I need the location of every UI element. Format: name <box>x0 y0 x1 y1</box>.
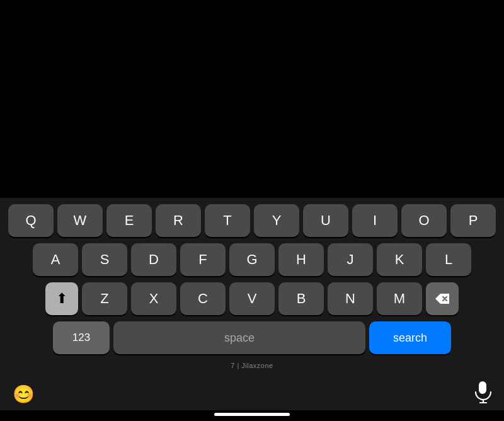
key-p[interactable]: P <box>450 204 496 237</box>
mic-icon <box>474 381 491 403</box>
key-q[interactable]: Q <box>8 204 54 237</box>
key-row-1: Q W E R T Y U I O P <box>3 204 501 237</box>
key-w[interactable]: W <box>57 204 103 237</box>
space-key[interactable]: space <box>113 321 365 354</box>
key-u[interactable]: U <box>303 204 348 237</box>
key-f[interactable]: F <box>180 243 226 276</box>
key-a[interactable]: A <box>33 243 78 276</box>
key-d[interactable]: D <box>131 243 176 276</box>
key-l[interactable]: L <box>426 243 471 276</box>
key-m[interactable]: M <box>377 282 422 315</box>
key-row-3: ⬆ Z X C V B N M <box>3 282 501 315</box>
key-row-2: A S D F G H J K L <box>3 243 501 276</box>
mic-button[interactable] <box>474 381 491 408</box>
key-row-bottom: 123 space search <box>3 321 501 354</box>
key-v[interactable]: V <box>229 282 275 315</box>
shift-key[interactable]: ⬆ <box>45 282 78 315</box>
num-key[interactable]: 123 <box>53 321 110 354</box>
key-e[interactable]: E <box>106 204 152 237</box>
key-t[interactable]: T <box>205 204 250 237</box>
key-k[interactable]: K <box>377 243 422 276</box>
key-n[interactable]: N <box>328 282 373 315</box>
backspace-key[interactable] <box>426 282 459 315</box>
key-b[interactable]: B <box>278 282 324 315</box>
key-y[interactable]: Y <box>254 204 299 237</box>
home-indicator <box>214 413 290 416</box>
watermark-text: 7 | Jilaxzone <box>3 360 501 372</box>
key-x[interactable]: X <box>131 282 176 315</box>
key-o[interactable]: O <box>401 204 447 237</box>
bottom-bar: 😊 <box>0 376 504 410</box>
svg-rect-0 <box>479 381 486 394</box>
key-g[interactable]: G <box>229 243 275 276</box>
backspace-icon <box>434 292 450 305</box>
key-h[interactable]: H <box>278 243 324 276</box>
keyboard: Q W E R T Y U I O P A S D F G H J K L ⬆ … <box>0 198 504 376</box>
key-z[interactable]: Z <box>82 282 127 315</box>
key-r[interactable]: R <box>156 204 201 237</box>
key-i[interactable]: I <box>352 204 398 237</box>
key-j[interactable]: J <box>328 243 373 276</box>
key-c[interactable]: C <box>180 282 226 315</box>
emoji-button[interactable]: 😊 <box>13 384 35 405</box>
shift-icon: ⬆ <box>56 291 67 307</box>
search-key[interactable]: search <box>369 321 451 354</box>
key-s[interactable]: S <box>82 243 127 276</box>
